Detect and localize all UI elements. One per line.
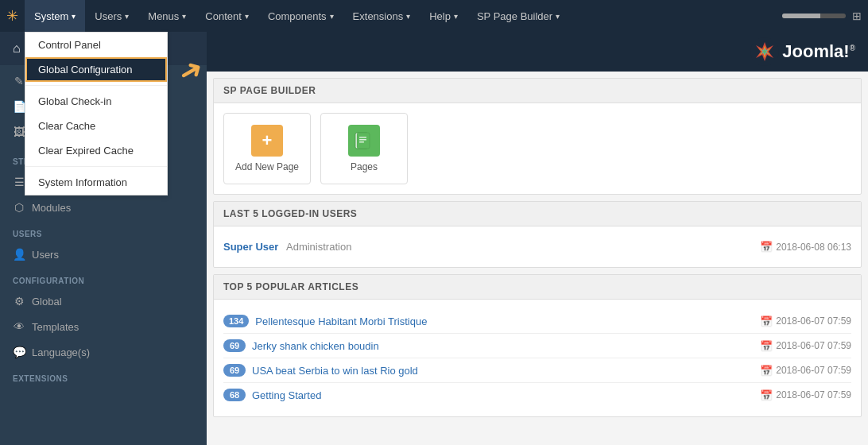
user-icon: 👤	[13, 248, 25, 261]
sp-caret-icon: ▾	[556, 12, 560, 21]
article-row: 69 USA beat Serbia to win last Rio gold …	[223, 358, 851, 383]
article-title-0[interactable]: Pellentesque Habitant Morbi Tristique	[255, 315, 427, 327]
file-icon: 📄	[13, 100, 25, 113]
content-area: Joomla!® SP PAGE BUILDER + Add New Page	[207, 32, 868, 445]
dropdown-clear-expired-cache[interactable]: Clear Expired Cache	[25, 138, 167, 163]
nav-item-users[interactable]: Users ▾	[85, 0, 138, 32]
users-caret-icon: ▾	[125, 12, 129, 21]
article-badge-0: 134	[223, 315, 249, 327]
nav-items: System ▾ Control Panel Global Configurat…	[25, 0, 782, 32]
nav-item-users-label: Users	[95, 10, 122, 22]
nav-item-system[interactable]: System ▾ Control Panel Global Configurat…	[25, 0, 85, 32]
nav-item-menus[interactable]: Menus ▾	[138, 0, 196, 32]
logged-in-section-body: Super User Administration 📅 2018-06-08 0…	[214, 226, 861, 267]
logged-in-username[interactable]: Super User	[223, 241, 278, 253]
article-title-1[interactable]: Jerky shank chicken boudin	[252, 340, 379, 352]
progress-inner	[782, 14, 820, 18]
article-date-0: 📅 2018-06-07 07:59	[760, 315, 851, 327]
article-date-value-0: 2018-06-07 07:59	[776, 315, 851, 327]
add-new-page-icon: +	[251, 125, 283, 157]
article-title-2[interactable]: USA beat Serbia to win last Rio gold	[252, 365, 418, 377]
nav-item-components-label: Components	[268, 10, 327, 22]
menu-icon: ☰	[13, 176, 25, 188]
system-caret-icon: ▾	[72, 12, 76, 21]
dropdown-global-checkin[interactable]: Global Check-in	[25, 89, 167, 114]
logged-in-user-info: Super User Administration	[223, 241, 351, 253]
calendar-icon-2: 📅	[760, 365, 773, 377]
sidebar-templates-label: Templates	[32, 321, 79, 333]
logged-in-date-cell: 📅 2018-06-08 06:13	[760, 241, 851, 253]
sidebar-item-languages[interactable]: 💬 Language(s)	[0, 339, 207, 365]
sidebar-item-global[interactable]: ⚙ Global	[0, 288, 207, 314]
joomla-logo-icon: ✳	[6, 7, 18, 25]
nav-right: ⊞	[782, 10, 862, 22]
calendar-icon-0: 📅	[760, 315, 773, 327]
article-date-value-2: 2018-06-07 07:59	[776, 365, 851, 376]
sidebar-item-templates[interactable]: 👁 Templates	[0, 314, 207, 339]
pencil-icon: ✎	[13, 75, 25, 87]
article-left-3: 68 Getting Started	[223, 389, 321, 401]
article-title-3[interactable]: Getting Started	[252, 389, 321, 401]
top-navigation: ✳ System ▾ Control Panel Global Configur…	[0, 0, 868, 32]
progress-indicator	[782, 14, 846, 18]
nav-item-content[interactable]: Content ▾	[196, 0, 258, 32]
language-icon: 💬	[13, 346, 25, 358]
popular-articles-section: TOP 5 POPULAR ARTICLES 134 Pellentesque …	[213, 274, 862, 417]
nav-item-help-label: Help	[429, 10, 451, 22]
svg-rect-8	[359, 139, 366, 141]
system-dropdown-menu: Control Panel Global Configuration Globa…	[25, 32, 168, 195]
grid-icon[interactable]: ⊞	[852, 10, 862, 22]
article-left-1: 69 Jerky shank chicken boudin	[223, 339, 379, 352]
joomla-brand-text: Joomla!®	[782, 41, 855, 62]
sidebar-item-modules[interactable]: ⬡ Modules	[0, 195, 207, 220]
sp-section-header: SP PAGE BUILDER	[214, 79, 861, 103]
sp-tile-add-label: Add New Page	[235, 161, 299, 172]
article-date-value-3: 2018-06-07 07:59	[776, 389, 851, 400]
svg-rect-7	[359, 137, 366, 138]
logged-in-users-section: LAST 5 LOGGED-IN USERS Super User Admini…	[213, 201, 862, 268]
calendar-icon-3: 📅	[760, 389, 773, 401]
sidebar-users-label: Users	[32, 249, 59, 261]
article-left-0: 134 Pellentesque Habitant Morbi Tristiqu…	[223, 315, 427, 327]
sidebar-languages-label: Language(s)	[32, 346, 90, 358]
sp-tile-pages[interactable]: Pages	[320, 113, 408, 184]
calendar-icon: 📅	[760, 241, 773, 253]
dropdown-system-information[interactable]: System Information	[25, 170, 167, 195]
dropdown-control-panel[interactable]: Control Panel	[25, 33, 167, 57]
article-row: 69 Jerky shank chicken boudin 📅 2018-06-…	[223, 334, 851, 358]
content-caret-icon: ▾	[245, 12, 249, 21]
nav-item-sp-label: SP Page Builder	[477, 10, 552, 22]
menus-caret-icon: ▾	[182, 12, 186, 21]
popular-articles-body: 134 Pellentesque Habitant Morbi Tristiqu…	[214, 300, 861, 416]
nav-item-sp-page-builder[interactable]: SP Page Builder ▾	[467, 0, 569, 32]
dropdown-clear-cache[interactable]: Clear Cache	[25, 114, 167, 138]
home-icon: ⌂	[13, 41, 21, 56]
sp-page-builder-section: SP PAGE BUILDER + Add New Page	[213, 78, 862, 195]
sidebar-item-users[interactable]: 👤 Users	[0, 242, 207, 267]
logged-in-date: 2018-06-08 06:13	[776, 242, 851, 253]
joomla-brand: Joomla!®	[750, 37, 855, 66]
article-badge-3: 68	[223, 389, 246, 401]
article-date-3: 📅 2018-06-07 07:59	[760, 389, 851, 401]
components-caret-icon: ▾	[330, 12, 334, 21]
nav-item-components[interactable]: Components ▾	[258, 0, 343, 32]
sp-tile-add-new-page[interactable]: + Add New Page	[223, 113, 311, 184]
joomla-asterisk-icon	[750, 37, 779, 66]
sp-tile-pages-label: Pages	[351, 161, 378, 172]
extensions-label: EXTENSIONS	[0, 365, 207, 386]
article-date-2: 📅 2018-06-07 07:59	[760, 365, 851, 377]
nav-item-content-label: Content	[205, 10, 242, 22]
dropdown-divider-2	[25, 166, 167, 167]
article-date-1: 📅 2018-06-07 07:59	[760, 340, 851, 352]
pages-icon	[348, 125, 380, 157]
nav-item-extensions-label: Extensions	[353, 10, 404, 22]
svg-rect-6	[357, 133, 370, 149]
article-badge-2: 69	[223, 364, 246, 377]
dropdown-global-configuration[interactable]: Global Configuration	[25, 57, 167, 82]
brand-bar: Joomla!®	[207, 32, 868, 72]
nav-item-extensions[interactable]: Extensions ▾	[343, 0, 420, 32]
help-caret-icon: ▾	[454, 12, 458, 21]
article-row: 68 Getting Started 📅 2018-06-07 07:59	[223, 383, 851, 407]
nav-item-help[interactable]: Help ▾	[420, 0, 467, 32]
articles-container: 134 Pellentesque Habitant Morbi Tristiqu…	[223, 309, 851, 407]
